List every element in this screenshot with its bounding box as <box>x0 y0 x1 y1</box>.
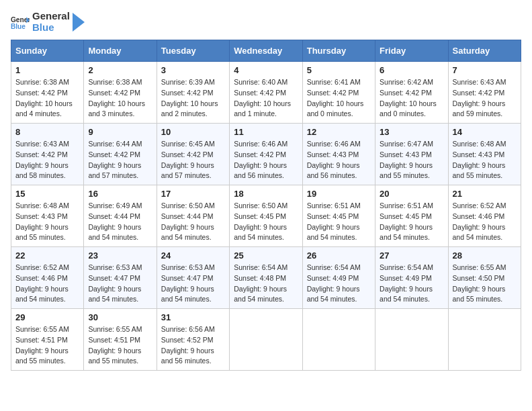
svg-marker-3 <box>73 13 85 32</box>
weekday-header-cell: Monday <box>84 40 157 62</box>
day-info: Sunrise: 6:53 AMSunset: 4:47 PMDaylight:… <box>88 263 152 305</box>
weekday-header-cell: Wednesday <box>230 40 302 62</box>
day-info: Sunrise: 6:39 AMSunset: 4:42 PMDaylight:… <box>161 77 225 120</box>
day-number: 29 <box>15 312 79 322</box>
weekday-header-cell: Friday <box>375 40 448 62</box>
day-number: 30 <box>88 312 152 322</box>
calendar-day-cell: 27Sunrise: 6:54 AMSunset: 4:49 PMDayligh… <box>375 247 448 309</box>
calendar-day-cell: 20Sunrise: 6:51 AMSunset: 4:45 PMDayligh… <box>375 185 448 247</box>
weekday-header-cell: Thursday <box>302 40 375 62</box>
day-number: 1 <box>15 65 79 75</box>
calendar-day-cell: 10Sunrise: 6:45 AMSunset: 4:42 PMDayligh… <box>157 124 229 185</box>
day-number: 7 <box>453 65 517 75</box>
calendar-week-row: 8Sunrise: 6:43 AMSunset: 4:42 PMDaylight… <box>11 124 521 185</box>
day-number: 25 <box>234 250 298 261</box>
weekday-header-cell: Tuesday <box>157 40 229 62</box>
day-number: 14 <box>453 127 517 137</box>
calendar-day-cell: 7Sunrise: 6:43 AMSunset: 4:42 PMDaylight… <box>448 62 521 124</box>
day-info: Sunrise: 6:55 AMSunset: 4:50 PMDaylight:… <box>453 263 517 305</box>
day-info: Sunrise: 6:52 AMSunset: 4:46 PMDaylight:… <box>453 201 517 243</box>
day-number: 2 <box>88 65 152 75</box>
day-number: 5 <box>307 65 371 75</box>
calendar-day-cell: 29Sunrise: 6:55 AMSunset: 4:51 PMDayligh… <box>11 309 84 371</box>
day-info: Sunrise: 6:50 AMSunset: 4:44 PMDaylight:… <box>161 201 225 243</box>
day-info: Sunrise: 6:44 AMSunset: 4:42 PMDaylight:… <box>88 139 152 181</box>
day-info: Sunrise: 6:51 AMSunset: 4:45 PMDaylight:… <box>380 201 443 243</box>
day-number: 22 <box>15 250 79 261</box>
day-info: Sunrise: 6:45 AMSunset: 4:42 PMDaylight:… <box>161 139 225 181</box>
day-number: 26 <box>307 250 371 261</box>
day-number: 23 <box>88 250 152 261</box>
calendar-day-cell: 30Sunrise: 6:55 AMSunset: 4:51 PMDayligh… <box>84 309 157 371</box>
day-number: 20 <box>380 189 443 199</box>
calendar-day-cell: 28Sunrise: 6:55 AMSunset: 4:50 PMDayligh… <box>448 247 521 309</box>
day-number: 28 <box>453 250 517 261</box>
day-info: Sunrise: 6:43 AMSunset: 4:42 PMDaylight:… <box>15 139 79 181</box>
calendar-day-cell: 2Sunrise: 6:38 AMSunset: 4:42 PMDaylight… <box>84 62 157 124</box>
logo-arrow-icon <box>73 13 85 32</box>
calendar-day-cell: 9Sunrise: 6:44 AMSunset: 4:42 PMDaylight… <box>84 124 157 185</box>
calendar-day-cell: 16Sunrise: 6:49 AMSunset: 4:44 PMDayligh… <box>84 185 157 247</box>
calendar-day-cell: 13Sunrise: 6:47 AMSunset: 4:43 PMDayligh… <box>375 124 448 185</box>
calendar-week-row: 1Sunrise: 6:38 AMSunset: 4:42 PMDaylight… <box>11 62 521 124</box>
calendar-day-cell: 4Sunrise: 6:40 AMSunset: 4:42 PMDaylight… <box>230 62 302 124</box>
day-info: Sunrise: 6:48 AMSunset: 4:43 PMDaylight:… <box>15 201 79 243</box>
day-number: 18 <box>234 189 298 199</box>
day-info: Sunrise: 6:40 AMSunset: 4:42 PMDaylight:… <box>234 77 298 120</box>
calendar-week-row: 15Sunrise: 6:48 AMSunset: 4:43 PMDayligh… <box>11 185 521 247</box>
day-number: 3 <box>161 65 225 75</box>
day-info: Sunrise: 6:41 AMSunset: 4:42 PMDaylight:… <box>307 77 371 120</box>
day-info: Sunrise: 6:53 AMSunset: 4:47 PMDaylight:… <box>161 263 225 305</box>
day-info: Sunrise: 6:49 AMSunset: 4:44 PMDaylight:… <box>88 201 152 243</box>
calendar-day-cell: 19Sunrise: 6:51 AMSunset: 4:45 PMDayligh… <box>302 185 375 247</box>
calendar-day-cell: 15Sunrise: 6:48 AMSunset: 4:43 PMDayligh… <box>11 185 84 247</box>
day-info: Sunrise: 6:54 AMSunset: 4:49 PMDaylight:… <box>380 263 443 305</box>
day-info: Sunrise: 6:42 AMSunset: 4:42 PMDaylight:… <box>380 77 443 120</box>
calendar-day-cell: 1Sunrise: 6:38 AMSunset: 4:42 PMDaylight… <box>11 62 84 124</box>
day-number: 11 <box>234 127 298 137</box>
day-number: 13 <box>380 127 443 137</box>
day-info: Sunrise: 6:50 AMSunset: 4:45 PMDaylight:… <box>234 201 298 243</box>
calendar-table: SundayMondayTuesdayWednesdayThursdayFrid… <box>11 40 521 371</box>
day-info: Sunrise: 6:38 AMSunset: 4:42 PMDaylight:… <box>88 77 152 120</box>
day-number: 16 <box>88 189 152 199</box>
calendar-day-cell: 6Sunrise: 6:42 AMSunset: 4:42 PMDaylight… <box>375 62 448 124</box>
calendar-day-cell: 25Sunrise: 6:54 AMSunset: 4:48 PMDayligh… <box>230 247 302 309</box>
day-info: Sunrise: 6:54 AMSunset: 4:49 PMDaylight:… <box>307 263 371 305</box>
day-info: Sunrise: 6:51 AMSunset: 4:45 PMDaylight:… <box>307 201 371 243</box>
logo: General Blue General Blue <box>11 11 85 33</box>
logo-icon: General Blue <box>11 15 30 30</box>
calendar-day-cell: 8Sunrise: 6:43 AMSunset: 4:42 PMDaylight… <box>11 124 84 185</box>
calendar-day-cell: 24Sunrise: 6:53 AMSunset: 4:47 PMDayligh… <box>157 247 229 309</box>
day-number: 12 <box>307 127 371 137</box>
calendar-day-cell: 21Sunrise: 6:52 AMSunset: 4:46 PMDayligh… <box>448 185 521 247</box>
calendar-day-cell <box>230 309 302 371</box>
day-number: 8 <box>15 127 79 137</box>
day-info: Sunrise: 6:54 AMSunset: 4:48 PMDaylight:… <box>234 263 298 305</box>
calendar-day-cell <box>448 309 521 371</box>
calendar-day-cell: 23Sunrise: 6:53 AMSunset: 4:47 PMDayligh… <box>84 247 157 309</box>
day-number: 4 <box>234 65 298 75</box>
calendar-header-row: SundayMondayTuesdayWednesdayThursdayFrid… <box>11 40 521 62</box>
day-number: 31 <box>161 312 225 322</box>
day-info: Sunrise: 6:38 AMSunset: 4:42 PMDaylight:… <box>15 77 79 120</box>
calendar-day-cell: 31Sunrise: 6:56 AMSunset: 4:52 PMDayligh… <box>157 309 229 371</box>
day-info: Sunrise: 6:47 AMSunset: 4:43 PMDaylight:… <box>380 139 443 181</box>
day-number: 9 <box>88 127 152 137</box>
calendar-day-cell: 5Sunrise: 6:41 AMSunset: 4:42 PMDaylight… <box>302 62 375 124</box>
day-info: Sunrise: 6:46 AMSunset: 4:43 PMDaylight:… <box>307 139 371 181</box>
day-info: Sunrise: 6:55 AMSunset: 4:51 PMDaylight:… <box>15 324 79 367</box>
day-number: 15 <box>15 189 79 199</box>
calendar-day-cell: 18Sunrise: 6:50 AMSunset: 4:45 PMDayligh… <box>230 185 302 247</box>
day-number: 6 <box>380 65 443 75</box>
day-number: 27 <box>380 250 443 261</box>
day-number: 17 <box>161 189 225 199</box>
page-header: General Blue General Blue <box>11 11 521 33</box>
calendar-day-cell <box>375 309 448 371</box>
calendar-week-row: 29Sunrise: 6:55 AMSunset: 4:51 PMDayligh… <box>11 309 521 371</box>
calendar-week-row: 22Sunrise: 6:52 AMSunset: 4:46 PMDayligh… <box>11 247 521 309</box>
day-number: 24 <box>161 250 225 261</box>
calendar-day-cell: 17Sunrise: 6:50 AMSunset: 4:44 PMDayligh… <box>157 185 229 247</box>
calendar-day-cell: 11Sunrise: 6:46 AMSunset: 4:42 PMDayligh… <box>230 124 302 185</box>
svg-text:Blue: Blue <box>11 23 26 30</box>
